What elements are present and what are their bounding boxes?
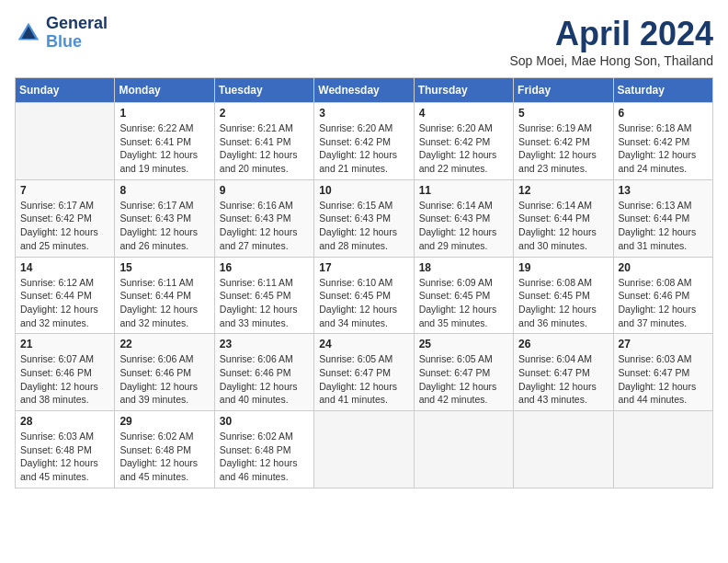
- calendar-cell: 14Sunrise: 6:12 AM Sunset: 6:44 PM Dayli…: [16, 257, 115, 334]
- day-info: Sunrise: 6:20 AM Sunset: 6:42 PM Dayligh…: [419, 121, 508, 176]
- day-info: Sunrise: 6:10 AM Sunset: 6:45 PM Dayligh…: [319, 276, 408, 330]
- calendar-cell: 17Sunrise: 6:10 AM Sunset: 6:45 PM Dayli…: [314, 257, 414, 334]
- day-info: Sunrise: 6:20 AM Sunset: 6:42 PM Dayligh…: [319, 121, 408, 176]
- calendar-cell: 25Sunrise: 6:05 AM Sunset: 6:47 PM Dayli…: [414, 334, 513, 411]
- day-number: 3: [319, 107, 408, 120]
- calendar-cell: 12Sunrise: 6:14 AM Sunset: 6:44 PM Dayli…: [514, 179, 613, 257]
- day-info: Sunrise: 6:11 AM Sunset: 6:44 PM Dayligh…: [119, 276, 209, 330]
- calendar-cell: 7Sunrise: 6:17 AM Sunset: 6:42 PM Daylig…: [16, 179, 115, 257]
- weekday-header: Monday: [115, 78, 214, 103]
- logo: General Blue: [15, 15, 108, 52]
- calendar-week-row: 1Sunrise: 6:22 AM Sunset: 6:41 PM Daylig…: [16, 103, 713, 180]
- day-number: 15: [119, 261, 209, 274]
- day-info: Sunrise: 6:16 AM Sunset: 6:43 PM Dayligh…: [220, 199, 309, 253]
- calendar-cell: 6Sunrise: 6:18 AM Sunset: 6:42 PM Daylig…: [613, 103, 712, 180]
- day-info: Sunrise: 6:14 AM Sunset: 6:43 PM Dayligh…: [419, 199, 508, 253]
- calendar-cell: [514, 411, 613, 488]
- day-info: Sunrise: 6:03 AM Sunset: 6:47 PM Dayligh…: [619, 352, 708, 407]
- calendar-cell: 13Sunrise: 6:13 AM Sunset: 6:44 PM Dayli…: [613, 179, 712, 257]
- day-info: Sunrise: 6:04 AM Sunset: 6:47 PM Dayligh…: [518, 352, 608, 407]
- day-number: 5: [518, 107, 608, 120]
- calendar-cell: 16Sunrise: 6:11 AM Sunset: 6:45 PM Dayli…: [214, 257, 313, 334]
- day-info: Sunrise: 6:03 AM Sunset: 6:48 PM Dayligh…: [20, 430, 109, 484]
- logo-line2: Blue: [46, 33, 108, 52]
- day-info: Sunrise: 6:11 AM Sunset: 6:45 PM Dayligh…: [220, 276, 309, 330]
- calendar-cell: [314, 411, 414, 488]
- calendar-cell: 9Sunrise: 6:16 AM Sunset: 6:43 PM Daylig…: [214, 179, 313, 257]
- day-number: 24: [319, 338, 408, 350]
- day-number: 27: [619, 338, 708, 350]
- day-number: 10: [319, 184, 408, 197]
- logo-text: General Blue: [46, 15, 108, 52]
- day-info: Sunrise: 6:22 AM Sunset: 6:41 PM Dayligh…: [119, 121, 209, 176]
- calendar-cell: 30Sunrise: 6:02 AM Sunset: 6:48 PM Dayli…: [214, 411, 313, 488]
- calendar-cell: 22Sunrise: 6:06 AM Sunset: 6:46 PM Dayli…: [115, 334, 214, 411]
- day-number: 26: [518, 338, 608, 350]
- weekday-row: SundayMondayTuesdayWednesdayThursdayFrid…: [16, 78, 713, 103]
- calendar-cell: [613, 411, 712, 488]
- day-info: Sunrise: 6:17 AM Sunset: 6:42 PM Dayligh…: [20, 199, 109, 253]
- logo-line1: General: [46, 15, 108, 33]
- calendar-table: SundayMondayTuesdayWednesdayThursdayFrid…: [15, 77, 713, 488]
- day-info: Sunrise: 6:02 AM Sunset: 6:48 PM Dayligh…: [119, 430, 209, 484]
- calendar-week-row: 28Sunrise: 6:03 AM Sunset: 6:48 PM Dayli…: [16, 411, 713, 488]
- calendar-cell: 26Sunrise: 6:04 AM Sunset: 6:47 PM Dayli…: [514, 334, 613, 411]
- calendar-cell: 19Sunrise: 6:08 AM Sunset: 6:45 PM Dayli…: [514, 257, 613, 334]
- calendar-cell: 20Sunrise: 6:08 AM Sunset: 6:46 PM Dayli…: [613, 257, 712, 334]
- day-info: Sunrise: 6:14 AM Sunset: 6:44 PM Dayligh…: [518, 199, 608, 253]
- day-info: Sunrise: 6:02 AM Sunset: 6:48 PM Dayligh…: [220, 430, 309, 484]
- day-number: 17: [319, 261, 408, 274]
- day-info: Sunrise: 6:05 AM Sunset: 6:47 PM Dayligh…: [319, 352, 408, 407]
- title-block: April 2024 Sop Moei, Mae Hong Son, Thail…: [509, 15, 713, 68]
- day-info: Sunrise: 6:05 AM Sunset: 6:47 PM Dayligh…: [419, 352, 508, 407]
- day-number: 20: [619, 261, 708, 274]
- calendar-body: 1Sunrise: 6:22 AM Sunset: 6:41 PM Daylig…: [16, 103, 713, 488]
- calendar-week-row: 14Sunrise: 6:12 AM Sunset: 6:44 PM Dayli…: [16, 257, 713, 334]
- calendar-cell: 1Sunrise: 6:22 AM Sunset: 6:41 PM Daylig…: [115, 103, 214, 180]
- weekday-header: Wednesday: [314, 78, 414, 103]
- day-number: 25: [419, 338, 508, 350]
- day-number: 2: [220, 107, 309, 120]
- day-number: 7: [20, 184, 109, 197]
- weekday-header: Sunday: [16, 78, 115, 103]
- day-info: Sunrise: 6:08 AM Sunset: 6:46 PM Dayligh…: [619, 276, 708, 330]
- day-info: Sunrise: 6:18 AM Sunset: 6:42 PM Dayligh…: [619, 121, 708, 176]
- day-info: Sunrise: 6:15 AM Sunset: 6:43 PM Dayligh…: [319, 199, 408, 253]
- calendar-cell: 23Sunrise: 6:06 AM Sunset: 6:46 PM Dayli…: [214, 334, 313, 411]
- day-number: 1: [119, 107, 209, 120]
- calendar-cell: 24Sunrise: 6:05 AM Sunset: 6:47 PM Dayli…: [314, 334, 414, 411]
- calendar-cell: 11Sunrise: 6:14 AM Sunset: 6:43 PM Dayli…: [414, 179, 513, 257]
- day-number: 18: [419, 261, 508, 274]
- day-info: Sunrise: 6:08 AM Sunset: 6:45 PM Dayligh…: [518, 276, 608, 330]
- calendar-cell: 4Sunrise: 6:20 AM Sunset: 6:42 PM Daylig…: [414, 103, 513, 180]
- day-number: 16: [220, 261, 309, 274]
- day-info: Sunrise: 6:07 AM Sunset: 6:46 PM Dayligh…: [20, 352, 109, 407]
- calendar-cell: 2Sunrise: 6:21 AM Sunset: 6:41 PM Daylig…: [214, 103, 313, 180]
- day-info: Sunrise: 6:06 AM Sunset: 6:46 PM Dayligh…: [220, 352, 309, 407]
- day-info: Sunrise: 6:12 AM Sunset: 6:44 PM Dayligh…: [20, 276, 109, 330]
- logo-icon: [15, 19, 42, 47]
- day-info: Sunrise: 6:09 AM Sunset: 6:45 PM Dayligh…: [419, 276, 508, 330]
- day-number: 14: [20, 261, 109, 274]
- calendar-week-row: 21Sunrise: 6:07 AM Sunset: 6:46 PM Dayli…: [16, 334, 713, 411]
- page-header: General Blue April 2024 Sop Moei, Mae Ho…: [15, 15, 713, 68]
- day-info: Sunrise: 6:17 AM Sunset: 6:43 PM Dayligh…: [119, 199, 209, 253]
- day-number: 4: [419, 107, 508, 120]
- day-number: 30: [220, 415, 309, 428]
- location-subtitle: Sop Moei, Mae Hong Son, Thailand: [509, 53, 713, 68]
- day-number: 28: [20, 415, 109, 428]
- day-info: Sunrise: 6:21 AM Sunset: 6:41 PM Dayligh…: [220, 121, 309, 176]
- day-number: 6: [619, 107, 708, 120]
- weekday-header: Tuesday: [214, 78, 313, 103]
- day-number: 8: [119, 184, 209, 197]
- day-number: 29: [119, 415, 209, 428]
- weekday-header: Saturday: [613, 78, 712, 103]
- calendar-cell: 15Sunrise: 6:11 AM Sunset: 6:44 PM Dayli…: [115, 257, 214, 334]
- day-number: 11: [419, 184, 508, 197]
- calendar-cell: 18Sunrise: 6:09 AM Sunset: 6:45 PM Dayli…: [414, 257, 513, 334]
- day-info: Sunrise: 6:06 AM Sunset: 6:46 PM Dayligh…: [119, 352, 209, 407]
- calendar-header: SundayMondayTuesdayWednesdayThursdayFrid…: [16, 78, 713, 103]
- weekday-header: Thursday: [414, 78, 513, 103]
- weekday-header: Friday: [514, 78, 613, 103]
- calendar-cell: 29Sunrise: 6:02 AM Sunset: 6:48 PM Dayli…: [115, 411, 214, 488]
